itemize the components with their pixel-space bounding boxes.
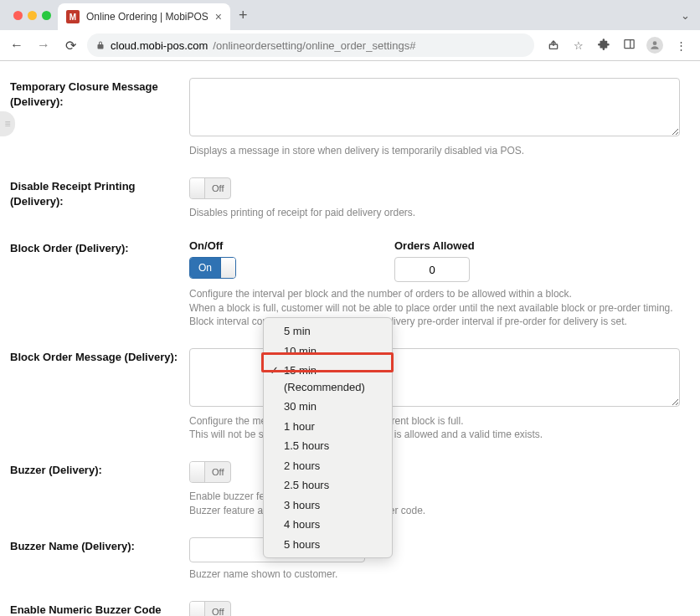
help-text: When a block is full, customer will not … bbox=[189, 301, 680, 315]
page-body: ≡ Temporary Closure Message (Delivery): … bbox=[0, 61, 700, 616]
tab-title: Online Ordering | MobiPOS bbox=[86, 11, 208, 23]
side-panel-icon[interactable] bbox=[621, 38, 636, 53]
extensions-icon[interactable] bbox=[596, 38, 611, 53]
orders-allowed-input[interactable] bbox=[394, 257, 470, 282]
field-label: Disable Receipt Printing (Delivery): bbox=[10, 177, 189, 208]
back-button[interactable]: ← bbox=[7, 38, 27, 53]
toggle-state: Off bbox=[205, 183, 230, 193]
temporary-closure-textarea[interactable] bbox=[189, 78, 680, 136]
toggle-knob-icon bbox=[220, 258, 235, 278]
address-bar: ← → ⟳ cloud.mobi-pos.com/onlineordersett… bbox=[0, 30, 700, 60]
dropdown-option[interactable]: 30 min bbox=[264, 397, 392, 417]
field-numeric-buzzer: Enable Numeric Buzzer Code (Delivery): O… bbox=[10, 593, 680, 616]
dropdown-option[interactable]: 5 hours bbox=[264, 535, 392, 555]
browser-chrome: M Online Ordering | MobiPOS × + ⌄ ← → ⟳ … bbox=[0, 0, 700, 61]
close-window-icon[interactable] bbox=[13, 11, 23, 20]
interval-dropdown[interactable]: 5 min10 min15 min (Recommended)30 min1 h… bbox=[263, 317, 393, 558]
toggle-state: Off bbox=[205, 467, 230, 477]
url-domain: cloud.mobi-pos.com bbox=[111, 39, 208, 52]
profile-avatar[interactable] bbox=[646, 37, 663, 54]
minimize-window-icon[interactable] bbox=[28, 11, 37, 20]
close-tab-icon[interactable]: × bbox=[215, 10, 222, 23]
field-label: Buzzer Name (Delivery): bbox=[10, 537, 189, 554]
dropdown-option[interactable]: 3 hours bbox=[264, 495, 392, 516]
toggle-knob-icon bbox=[190, 462, 205, 482]
field-temporary-closure: Temporary Closure Message (Delivery): Di… bbox=[10, 69, 680, 169]
help-text: Configure the interval per block and the… bbox=[189, 287, 680, 300]
dropdown-option[interactable]: 1 hour bbox=[264, 417, 392, 437]
dropdown-option[interactable]: 1.5 hours bbox=[264, 436, 392, 456]
tab-bar: M Online Ordering | MobiPOS × + ⌄ bbox=[0, 0, 700, 30]
lock-icon bbox=[95, 40, 106, 50]
star-icon[interactable]: ☆ bbox=[571, 39, 586, 52]
field-label: Enable Numeric Buzzer Code (Delivery): bbox=[10, 601, 189, 616]
field-label: Buzzer (Delivery): bbox=[10, 461, 189, 478]
toggle-state: On bbox=[190, 258, 220, 278]
toggle-knob-icon bbox=[190, 602, 205, 616]
dropdown-option[interactable]: 15 min (Recommended) bbox=[264, 361, 392, 397]
svg-point-3 bbox=[653, 41, 657, 45]
chevron-down-icon[interactable]: ⌄ bbox=[671, 9, 700, 22]
field-label: Block Order (Delivery): bbox=[10, 239, 189, 256]
disable-receipt-toggle[interactable]: Off bbox=[189, 177, 231, 199]
toggle-state: Off bbox=[205, 607, 230, 616]
share-icon[interactable] bbox=[546, 38, 561, 54]
svg-rect-1 bbox=[624, 40, 633, 49]
help-text: Buzzer name shown to customer. bbox=[189, 567, 680, 581]
new-tab-button[interactable]: + bbox=[230, 7, 256, 24]
dropdown-option[interactable]: 2.5 hours bbox=[264, 475, 392, 495]
buzzer-toggle[interactable]: Off bbox=[189, 461, 231, 483]
field-label: Temporary Closure Message (Delivery): bbox=[10, 78, 189, 109]
dropdown-option[interactable]: 5 min bbox=[264, 321, 392, 341]
numeric-buzzer-toggle[interactable]: Off bbox=[189, 601, 231, 616]
orders-allowed-header: Orders Allowed bbox=[394, 239, 475, 252]
url-input[interactable]: cloud.mobi-pos.com/onlineordersetting/on… bbox=[87, 33, 534, 57]
browser-tab[interactable]: M Online Ordering | MobiPOS × bbox=[58, 3, 230, 30]
reload-button[interactable]: ⟳ bbox=[60, 38, 80, 54]
maximize-window-icon[interactable] bbox=[42, 11, 51, 20]
toolbar-icons: ☆ ⋮ bbox=[541, 37, 693, 54]
favicon-icon: M bbox=[66, 10, 80, 23]
dropdown-option[interactable]: 4 hours bbox=[264, 515, 392, 535]
block-order-toggle[interactable]: On bbox=[189, 257, 236, 279]
help-text: Displays a message in store when deliver… bbox=[189, 144, 680, 157]
dropdown-option[interactable]: 2 hours bbox=[264, 456, 392, 476]
field-label: Block Order Message (Delivery): bbox=[10, 348, 189, 365]
field-disable-receipt: Disable Receipt Printing (Delivery): Off… bbox=[10, 169, 680, 231]
onoff-header: On/Off bbox=[189, 239, 266, 252]
dropdown-option[interactable]: 10 min bbox=[264, 341, 392, 362]
help-text: Disables printing of receipt for paid de… bbox=[189, 206, 680, 219]
window-controls bbox=[7, 11, 58, 20]
forward-button[interactable]: → bbox=[33, 38, 54, 53]
toggle-knob-icon bbox=[190, 178, 205, 198]
interval-header bbox=[266, 239, 394, 252]
url-path: /onlineordersetting/online_order_setting… bbox=[213, 39, 415, 52]
menu-icon[interactable]: ⋮ bbox=[673, 39, 688, 52]
